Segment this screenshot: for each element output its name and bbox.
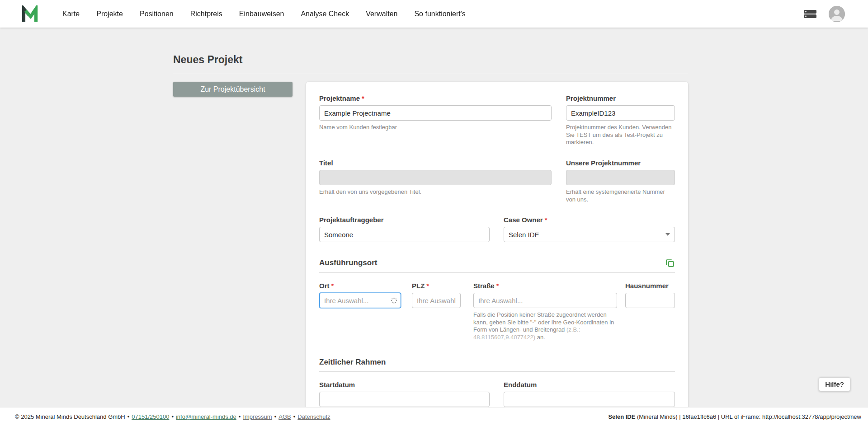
- projektname-help: Name vom Kunden festlegbar: [319, 124, 552, 131]
- server-icon[interactable]: [803, 9, 817, 19]
- projektname-label-text: Projektname: [319, 94, 360, 102]
- back-to-project-overview-button[interactable]: Zur Projektübersicht: [173, 82, 292, 97]
- separator: •: [171, 413, 174, 420]
- nav-menu: Karte Projekte Positionen Richtpreis Ein…: [62, 10, 466, 18]
- top-navbar: Karte Projekte Positionen Richtpreis Ein…: [0, 0, 868, 28]
- main-area: Neues Projekt Zur Projektübersicht Proje…: [0, 28, 868, 407]
- projektnummer-input[interactable]: [566, 105, 675, 121]
- copy-icon[interactable]: [665, 258, 675, 268]
- unsere-projektnummer-label: Unsere Projektnummer: [566, 159, 675, 167]
- ort-input[interactable]: [319, 293, 401, 308]
- titel-label: Titel: [319, 159, 552, 167]
- case-owner-selected-value: Selen IDE: [509, 231, 539, 239]
- plz-label: PLZ*: [412, 282, 461, 290]
- projektauftraggeber-input[interactable]: [319, 227, 490, 242]
- page-title: Neues Projekt: [173, 54, 688, 66]
- startdatum-input[interactable]: [319, 392, 490, 407]
- projektname-label: Projektname*: [319, 94, 552, 102]
- startdatum-label: Startdatum: [319, 381, 490, 389]
- required-marker: *: [331, 282, 334, 290]
- separator: •: [274, 413, 277, 420]
- datenschutz-link[interactable]: Datenschutz: [297, 413, 330, 420]
- unsere-projektnummer-help: Erhält eine systemgenerierte Nummer von …: [566, 188, 675, 203]
- titel-input: [319, 170, 552, 185]
- required-marker: *: [545, 216, 547, 224]
- separator: •: [293, 413, 296, 420]
- logo-m-icon: [21, 5, 39, 23]
- chevron-down-icon: [665, 233, 670, 236]
- footer: © 2025 Mineral Minds Deutschland GmbH • …: [0, 407, 868, 426]
- case-owner-label: Case Owner*: [504, 216, 675, 224]
- unsere-projektnummer-input: [566, 170, 675, 185]
- titel-help: Erhält den von uns vorgegebenen Titel.: [319, 188, 552, 196]
- strasse-help-text: Falls die Position keiner Straße zugeord…: [473, 311, 614, 333]
- footer-left: © 2025 Mineral Minds Deutschland GmbH • …: [15, 413, 330, 420]
- agb-link[interactable]: AGB: [278, 413, 291, 420]
- nav-item-richtpreis[interactable]: Richtpreis: [190, 10, 222, 18]
- section-divider: [319, 371, 675, 372]
- plz-label-text: PLZ: [412, 282, 425, 290]
- nav-item-so-funktionierts[interactable]: So funktioniert's: [414, 10, 465, 18]
- strasse-help: Falls die Position keiner Straße zugeord…: [473, 311, 617, 342]
- navbar-right: [803, 6, 845, 22]
- nav-item-projekte[interactable]: Projekte: [96, 10, 123, 18]
- required-marker: *: [362, 94, 364, 102]
- brand-logo[interactable]: [21, 5, 39, 23]
- impressum-link[interactable]: Impressum: [243, 413, 272, 420]
- email-link[interactable]: info@mineral-minds.de: [176, 413, 236, 420]
- plz-input[interactable]: [412, 293, 461, 308]
- enddatum-input[interactable]: [504, 392, 675, 407]
- ausfuehrungsort-heading: Ausführungsort: [319, 258, 377, 267]
- copyright-text: © 2025 Mineral Minds Deutschland GmbH: [15, 413, 125, 420]
- help-button[interactable]: Hilfe?: [819, 377, 850, 391]
- nav-item-positionen[interactable]: Positionen: [140, 10, 174, 18]
- separator: •: [239, 413, 241, 420]
- nav-item-einbauweisen[interactable]: Einbauweisen: [239, 10, 284, 18]
- strasse-help-suffix: an.: [535, 334, 545, 341]
- session-user: Selen IDE: [608, 413, 635, 420]
- ort-label: Ort*: [319, 282, 401, 290]
- case-owner-label-text: Case Owner: [504, 216, 543, 224]
- loading-spinner-icon: [391, 298, 397, 304]
- enddatum-label: Enddatum: [504, 381, 675, 389]
- projektnummer-label: Projektnummer: [566, 94, 675, 102]
- nav-item-analyse-check[interactable]: Analyse Check: [301, 10, 349, 18]
- ort-label-text: Ort: [319, 282, 330, 290]
- required-marker: *: [496, 282, 499, 290]
- case-owner-select[interactable]: Selen IDE: [504, 227, 675, 242]
- nav-item-karte[interactable]: Karte: [62, 10, 80, 18]
- new-project-form-card: Projektname* Name vom Kunden festlegbar …: [306, 82, 688, 420]
- zeitlicher-rahmen-heading: Zeitlicher Rahmen: [319, 358, 386, 367]
- nav-item-verwalten[interactable]: Verwalten: [366, 10, 397, 18]
- hausnummer-input[interactable]: [625, 293, 675, 308]
- session-info: (Mineral Minds) | 16fae1ffc6a6 | URL of …: [635, 413, 861, 420]
- strasse-label-text: Straße: [473, 282, 495, 290]
- required-marker: *: [426, 282, 429, 290]
- avatar[interactable]: [829, 6, 845, 22]
- section-divider: [319, 272, 675, 273]
- projektnummer-help: Projektnummer des Kunden. Verwenden Sie …: [566, 124, 675, 146]
- footer-right: Selen IDE (Mineral Minds) | 16fae1ffc6a6…: [608, 413, 861, 420]
- hausnummer-label: Hausnummer: [625, 282, 675, 290]
- strasse-input[interactable]: [473, 293, 617, 308]
- phone-link[interactable]: 07151/250100: [132, 413, 169, 420]
- title-divider: [173, 73, 688, 73]
- strasse-label: Straße*: [473, 282, 617, 290]
- projektauftraggeber-label: Projektauftraggeber: [319, 216, 490, 224]
- separator: •: [127, 413, 130, 420]
- projektname-input[interactable]: [319, 105, 552, 121]
